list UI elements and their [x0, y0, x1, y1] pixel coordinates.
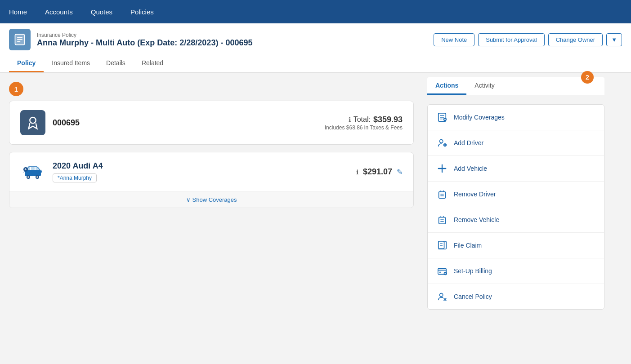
nav-item-home[interactable]: Home [9, 8, 27, 16]
vehicle-info: 2020 Audi A4 *Anna Murphy [53, 161, 103, 182]
svg-point-44 [440, 293, 443, 297]
show-coverages-button[interactable]: ∨ Show Coverages [20, 196, 403, 203]
vehicle-price: $291.07 [363, 167, 392, 177]
vehicle-card-left: 2020 Audi A4 *Anna Murphy [20, 161, 103, 182]
vehicle-name: 2020 Audi A4 [53, 161, 103, 171]
vehicle-driver-tag[interactable]: *Anna Murphy [53, 173, 97, 182]
right-panel-inner: 2 Actions Activity [427, 77, 604, 310]
main-tabs: PolicyInsured ItemsDetailsRelated [9, 55, 622, 72]
svg-rect-12 [36, 167, 39, 170]
svg-rect-32 [439, 218, 446, 224]
change-owner-button[interactable]: Change Owner [548, 33, 603, 46]
policy-card-left: 000695 [20, 110, 80, 135]
svg-rect-11 [31, 167, 35, 170]
vehicle-info-icon: ℹ [356, 169, 358, 176]
total-amount: $359.93 [373, 115, 403, 124]
taxes-text: Includes $68.86 in Taxes & Fees [325, 124, 403, 131]
tab-related[interactable]: Related [134, 55, 171, 72]
step-1-badge: 1 [9, 82, 23, 96]
page-header: Insurance Policy Anna Murphy - Multi Aut… [0, 23, 631, 73]
svg-point-4 [30, 117, 36, 123]
right-panel-tabs: Actions Activity [427, 77, 604, 95]
modify-coverages-icon [436, 111, 448, 124]
file-claim-label: File Claim [454, 242, 482, 249]
header-text: Insurance Policy Anna Murphy - Multi Aut… [37, 32, 252, 48]
add-vehicle-label: Add Vehicle [454, 165, 487, 172]
svg-rect-27 [439, 192, 446, 199]
tab-actions[interactable]: Actions [427, 77, 466, 95]
action-setup-billing[interactable]: Set-Up Billing [428, 258, 604, 284]
action-modify-coverages[interactable]: Modify Coverages [428, 105, 604, 130]
svg-point-21 [440, 140, 443, 143]
setup-billing-icon [436, 265, 448, 277]
policy-id: 000695 [53, 118, 80, 128]
action-remove-vehicle[interactable]: Remove Vehicle [428, 207, 604, 233]
add-vehicle-icon [436, 162, 448, 175]
nav-item-quotes[interactable]: Quotes [91, 8, 112, 16]
action-remove-driver[interactable]: Remove Driver [428, 182, 604, 207]
svg-point-7 [27, 176, 29, 178]
tab-activity[interactable]: Activity [466, 77, 502, 95]
right-panel: 2 Actions Activity [423, 73, 612, 364]
remove-driver-icon [436, 188, 448, 200]
add-driver-icon [436, 137, 448, 149]
policy-total-block: ℹ Total: $359.93 Includes $68.86 in Taxe… [325, 115, 403, 131]
total-label: Total: [354, 115, 371, 124]
page-title: Anna Murphy - Multi Auto (Exp Date: 2/28… [37, 38, 252, 48]
tab-details[interactable]: Details [98, 55, 134, 72]
vehicle-edit-icon[interactable]: ✎ [397, 168, 403, 176]
svg-rect-37 [439, 241, 444, 249]
svg-rect-42 [439, 272, 441, 273]
file-claim-icon [436, 239, 448, 252]
action-add-driver[interactable]: Add Driver [428, 130, 604, 156]
action-add-vehicle[interactable]: Add Vehicle [428, 156, 604, 182]
remove-driver-label: Remove Driver [454, 191, 496, 198]
top-navigation: HomeAccountsQuotesPolicies [0, 0, 631, 23]
action-cancel-policy[interactable]: Cancel Policy [428, 284, 604, 309]
tab-policy[interactable]: Policy [9, 55, 44, 72]
vehicle-card: 2020 Audi A4 *Anna Murphy ℹ $291.07 ✎ ∨ … [9, 152, 414, 208]
policy-card: 000695 ℹ Total: $359.93 Includes $68.86 … [9, 101, 414, 145]
dropdown-button[interactable]: ▼ [606, 33, 622, 46]
chevron-down-icon: ∨ [186, 196, 191, 203]
vehicle-icon [20, 165, 45, 179]
submit-approval-button[interactable]: Submit for Approval [478, 33, 544, 46]
policy-icon [9, 29, 31, 50]
actions-panel: Modify Coverages Add Driver [427, 104, 604, 310]
nav-item-policies[interactable]: Policies [130, 8, 154, 16]
main-content: 1 000695 ℹ Total: $359.93 Includes $68 [0, 73, 631, 364]
header-left: Insurance Policy Anna Murphy - Multi Aut… [9, 29, 252, 50]
cancel-policy-icon [436, 290, 448, 303]
show-coverages-label: Show Coverages [192, 196, 237, 203]
total-info-icon: ℹ [349, 116, 351, 123]
add-driver-label: Add Driver [454, 139, 483, 146]
header-actions: New Note Submit for Approval Change Owne… [434, 33, 622, 46]
new-note-button[interactable]: New Note [434, 33, 474, 46]
step-2-badge: 2 [581, 71, 594, 84]
remove-vehicle-icon [436, 213, 448, 226]
vehicle-card-body: 2020 Audi A4 *Anna Murphy ℹ $291.07 ✎ [9, 152, 413, 191]
modify-coverages-label: Modify Coverages [454, 114, 505, 121]
policy-award-icon [20, 110, 45, 135]
cancel-policy-label: Cancel Policy [454, 293, 492, 300]
breadcrumb: Insurance Policy [37, 32, 252, 38]
remove-vehicle-label: Remove Vehicle [454, 216, 499, 223]
action-file-claim[interactable]: File Claim [428, 233, 604, 258]
svg-point-9 [36, 176, 38, 178]
left-panel: 1 000695 ℹ Total: $359.93 Includes $68 [0, 73, 423, 364]
setup-billing-label: Set-Up Billing [454, 267, 492, 275]
tab-insured-items[interactable]: Insured Items [44, 55, 98, 72]
vehicle-card-footer: ∨ Show Coverages [9, 191, 413, 208]
nav-item-accounts[interactable]: Accounts [45, 8, 73, 16]
vehicle-price-block: ℹ $291.07 ✎ [356, 167, 403, 177]
